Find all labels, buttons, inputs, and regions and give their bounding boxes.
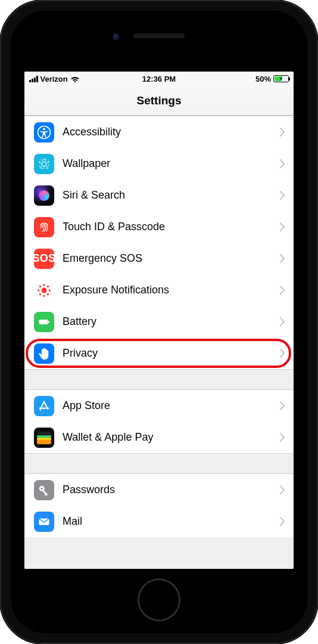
settings-row-wallpaper[interactable]: Wallpaper xyxy=(24,148,294,179)
row-label: Touch ID & Passcode xyxy=(54,221,280,233)
svg-point-13 xyxy=(38,289,39,291)
settings-row-mail[interactable]: Mail xyxy=(24,506,294,537)
chevron-right-icon xyxy=(280,286,294,295)
svg-point-2 xyxy=(42,162,46,166)
mail-icon xyxy=(34,512,54,532)
settings-group: Accessibility Wallpaper Si xyxy=(24,116,294,369)
settings-row-passwords[interactable]: Passwords xyxy=(24,474,294,506)
clock: 12:36 PM xyxy=(142,75,176,83)
chevron-right-icon xyxy=(280,349,294,358)
svg-point-21 xyxy=(40,409,41,410)
settings-list[interactable]: Accessibility Wallpaper Si xyxy=(24,116,294,569)
row-label: Exposure Notifications xyxy=(54,284,280,296)
chevron-right-icon xyxy=(280,128,294,137)
settings-row-exposure[interactable]: Exposure Notifications xyxy=(24,274,294,306)
settings-row-sos[interactable]: SOS Emergency SOS xyxy=(24,243,294,274)
settings-row-siri[interactable]: Siri & Search xyxy=(24,179,294,211)
settings-group: Passwords Mail xyxy=(24,473,294,537)
battery-icon xyxy=(34,312,54,332)
chevron-right-icon xyxy=(280,317,294,326)
svg-point-10 xyxy=(41,287,46,293)
battery-pct: 50% xyxy=(255,75,271,83)
row-label: Wallpaper xyxy=(54,157,280,170)
svg-point-15 xyxy=(39,285,41,287)
svg-point-7 xyxy=(46,167,48,168)
chevron-right-icon xyxy=(280,433,294,442)
svg-point-1 xyxy=(43,128,45,130)
row-label: App Store xyxy=(54,400,280,412)
wallet-icon xyxy=(34,428,54,448)
row-label: Emergency SOS xyxy=(54,252,280,265)
row-label: Privacy xyxy=(54,347,280,360)
svg-point-14 xyxy=(48,289,50,291)
chevron-right-icon xyxy=(280,159,294,168)
chevron-right-icon xyxy=(280,517,294,526)
svg-point-11 xyxy=(43,284,45,286)
home-button[interactable] xyxy=(138,578,180,621)
settings-row-wallet[interactable]: Wallet & Apple Pay xyxy=(24,422,294,453)
accessibility-icon xyxy=(34,122,54,143)
row-label: Wallet & Apple Pay xyxy=(54,431,280,444)
settings-row-privacy[interactable]: Privacy xyxy=(24,338,294,369)
row-label: Mail xyxy=(54,515,280,528)
cell-signal-icon xyxy=(29,76,38,82)
wifi-icon xyxy=(70,75,80,82)
svg-point-9 xyxy=(39,161,40,162)
settings-group: App Store Wallet & Apple Pay xyxy=(24,389,294,453)
svg-point-23 xyxy=(41,487,43,489)
battery-icon: ⚡︎ xyxy=(273,75,289,82)
key-icon xyxy=(34,480,54,500)
front-camera xyxy=(113,33,120,41)
row-label: Accessibility xyxy=(54,126,280,138)
svg-point-6 xyxy=(48,161,49,162)
settings-row-accessibility[interactable]: Accessibility xyxy=(24,116,294,148)
status-bar: Verizon 12:36 PM 50% ⚡︎ xyxy=(24,72,294,86)
svg-point-18 xyxy=(47,293,49,295)
chevron-right-icon xyxy=(280,222,294,231)
device-frame: Verizon 12:36 PM 50% ⚡︎ Settings xyxy=(0,0,318,644)
sos-icon: SOS xyxy=(34,249,54,269)
screen: Verizon 12:36 PM 50% ⚡︎ Settings xyxy=(24,72,294,569)
carrier-label: Verizon xyxy=(40,75,68,83)
row-label: Siri & Search xyxy=(54,189,280,202)
hand-icon xyxy=(34,343,54,364)
svg-rect-19 xyxy=(39,320,48,324)
svg-point-8 xyxy=(40,167,41,168)
chevron-right-icon xyxy=(280,191,294,200)
svg-point-12 xyxy=(43,295,45,296)
wallpaper-icon xyxy=(34,154,54,174)
svg-rect-20 xyxy=(48,321,49,323)
appstore-icon xyxy=(34,396,54,416)
chevron-right-icon xyxy=(280,254,294,263)
siri-icon xyxy=(34,185,54,206)
nav-header: Settings xyxy=(24,86,294,116)
svg-point-5 xyxy=(43,158,45,159)
settings-row-appstore[interactable]: App Store xyxy=(24,390,294,422)
page-title: Settings xyxy=(137,94,182,107)
exposure-icon xyxy=(34,280,54,301)
row-label: Battery xyxy=(54,315,280,328)
fingerprint-icon xyxy=(34,217,54,237)
earpiece-speaker xyxy=(133,33,185,38)
svg-point-17 xyxy=(39,293,41,295)
chevron-right-icon xyxy=(280,485,294,494)
svg-point-16 xyxy=(47,285,49,287)
chevron-right-icon xyxy=(280,401,294,410)
settings-row-battery[interactable]: Battery xyxy=(24,306,294,338)
settings-row-touchid[interactable]: Touch ID & Passcode xyxy=(24,211,294,243)
row-label: Passwords xyxy=(54,484,280,496)
